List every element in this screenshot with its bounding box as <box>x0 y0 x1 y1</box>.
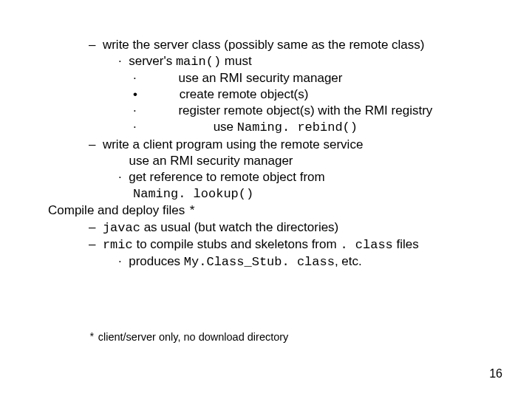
asterisk-icon: * <box>188 204 196 218</box>
bullet-produces-stub: · produces My.Class_Stub. class, etc. <box>48 253 495 270</box>
bullet-create-remote-objects: • create remote object(s) <box>48 86 495 103</box>
footnote: * client/server only, no download direct… <box>89 331 288 344</box>
code-naming-rebind: Naming. rebind() <box>237 120 358 134</box>
code-naming-lookup-line: Naming. lookup() <box>48 185 495 202</box>
text: , etc. <box>335 254 362 268</box>
footnote-text: client/server only, no download director… <box>95 331 289 343</box>
code-stub-class: My.Class_Stub. class <box>184 255 335 269</box>
bullet-register-remote-objects: · register remote object(s) with the RMI… <box>48 103 495 119</box>
bullet-get-reference: · get reference to remote object from <box>48 169 495 185</box>
text: files <box>393 237 419 251</box>
dot-icon: · <box>133 103 137 119</box>
bullet-server-main: · server's main() must <box>48 53 495 70</box>
text: to compile stubs and skeletons from <box>133 237 341 251</box>
text: produces <box>129 254 184 268</box>
dot-icon: · <box>133 119 137 135</box>
dash-icon: – <box>89 236 95 253</box>
slide: – write the server class (possibly same … <box>0 0 532 399</box>
text: must <box>221 54 252 68</box>
text: Compile and deploy files <box>48 203 188 217</box>
bullet-icon: • <box>133 86 137 103</box>
dash-icon: – <box>89 219 95 236</box>
text: create remote object(s) <box>180 87 309 101</box>
dot-icon: · <box>118 53 122 69</box>
dot-icon: · <box>133 70 137 86</box>
text: use an RMI security manager <box>178 71 342 85</box>
text: register remote object(s) with the RMI r… <box>178 103 432 117</box>
bullet-write-client: – write a client program using the remot… <box>48 137 495 153</box>
asterisk-icon: * <box>89 332 95 344</box>
text: as usual (but watch the directories) <box>140 220 338 234</box>
bullet-use-security-mgr-server: · use an RMI security manager <box>48 70 495 86</box>
code-javac: javac <box>103 221 140 235</box>
text: use an RMI security manager <box>129 154 293 168</box>
code-main: main() <box>176 55 221 69</box>
page-number: 16 <box>489 367 502 381</box>
code-naming-lookup: Naming. lookup() <box>133 187 253 201</box>
heading-compile-deploy: Compile and deploy files * <box>48 202 495 219</box>
dash-icon: – <box>89 37 95 53</box>
text: get reference to remote object from <box>129 170 325 184</box>
code-dot-class: . class <box>340 238 392 252</box>
bullet-use-security-mgr-client: use an RMI security manager <box>48 153 495 169</box>
bullet-use-naming-rebind: · use Naming. rebind() <box>48 119 495 136</box>
text: server's <box>129 54 176 68</box>
dot-icon: · <box>118 169 122 185</box>
bullet-write-server: – write the server class (possibly same … <box>48 37 495 53</box>
text: use <box>214 120 237 134</box>
code-rmic: rmic <box>103 238 133 252</box>
bullet-javac: – javac as usual (but watch the director… <box>48 219 495 236</box>
dot-icon: · <box>118 253 122 270</box>
text: write a client program using the remote … <box>103 137 363 151</box>
text: write the server class (possibly same as… <box>103 38 425 52</box>
dash-icon: – <box>89 137 95 153</box>
bullet-rmic: – rmic to compile stubs and skeletons fr… <box>48 236 495 253</box>
